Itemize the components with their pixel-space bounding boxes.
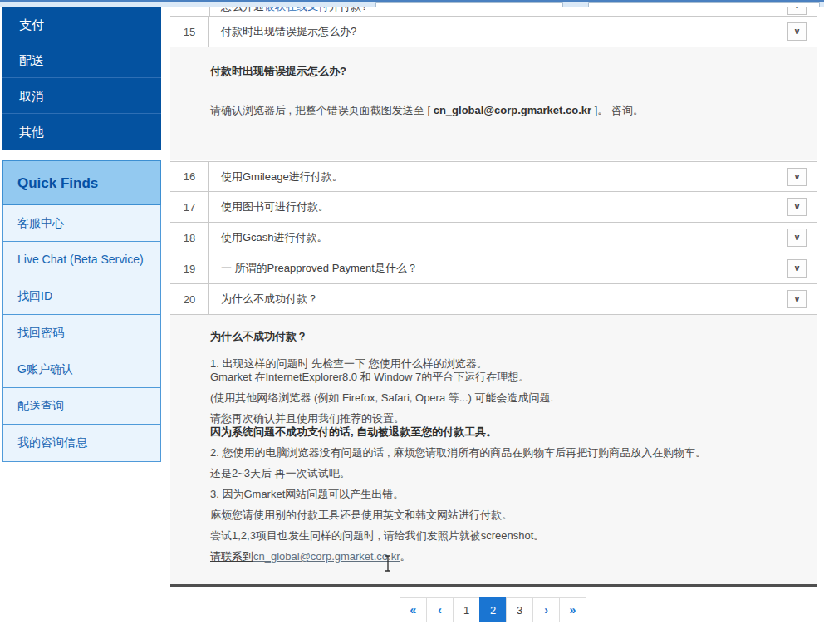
faq-number: 18 (170, 223, 209, 253)
chevron-down-icon: v (795, 234, 800, 242)
pagination-page-2-active[interactable]: 2 (479, 597, 507, 622)
faq-row-16[interactable]: 16 使用Gmileage进行付款。 v (170, 161, 817, 192)
answer-line: 1. 出现这样的问题时 先检查一下 您使用什么样的浏览器。 (210, 357, 800, 371)
faq-number: 16 (170, 162, 209, 191)
expand-dropdown-button[interactable]: v (787, 22, 807, 41)
pagination-prev-button[interactable]: ‹ (426, 597, 454, 622)
answer-line: 3. 因为Gmarket网站问题可以产生出错。 (210, 488, 800, 501)
text-cursor-icon (384, 555, 392, 575)
top-clipped-toolbar (0, 0, 824, 7)
faq-row-18[interactable]: 18 使用Gcash进行付款。 v (170, 223, 817, 253)
quickfind-item-delivery-inquiry[interactable]: 配送查询 (3, 388, 160, 425)
quick-finds-list: 客服中心 Live Chat (Beta Service) 找回ID 找回密码 … (2, 205, 161, 462)
quickfind-item-find-id[interactable]: 找回ID (3, 278, 160, 315)
chevron-down-icon: v (795, 295, 800, 303)
faq-content: 怎么开通银联在线支付并付款? v 15 付款时出现错误提示怎么办? v 付款时出… (170, 7, 817, 622)
contact-email: cn_global@corp.gmarket.co.kr (434, 104, 591, 116)
faq-answer-20: 为什么不成功付款？ 1. 出现这样的问题时 先检查一下 您使用什么样的浏览器。 … (170, 315, 817, 584)
sidebar-item-delivery[interactable]: 配送 (2, 42, 161, 78)
answer-line: 麻烦您请使用别的付款工具还是使用英文和韩文网站进行付款。 (210, 509, 800, 522)
faq-question: 一 所谓的Preapproved Payment是什么？ (209, 261, 418, 276)
faq-number: 19 (170, 253, 209, 283)
answer-line: 2. 您使用的电脑浏览器没有问题的话 , 麻烦您请取消所有的商品在购物车后再把订… (210, 446, 800, 460)
faq-number: 15 (170, 17, 209, 47)
expand-dropdown-button[interactable]: v (787, 7, 807, 15)
faq-question: 付款时出现错误提示怎么办? (209, 24, 356, 39)
contact-line: 请联系到cn_global@corp.gmarket.co.kr。 (210, 550, 800, 563)
chevron-down-icon: v (795, 173, 800, 181)
answer-line: 尝试1,2,3项目也发生同样的问题时 , 请给我们发照片就被screenshot… (210, 529, 800, 543)
faq-number: 17 (170, 192, 209, 222)
expand-dropdown-button[interactable]: v (787, 290, 807, 308)
sidebar-item-cancel[interactable]: 取消 (2, 78, 161, 114)
quick-finds-title: Quick Finds (2, 160, 161, 205)
answer-line: (使用其他网络浏览器 (例如 Firefox, Safari, Opera 等.… (210, 391, 800, 405)
category-sidebar: 支付 配送 取消 其他 (2, 7, 161, 150)
faq-question: 为什么不成功付款？ (209, 292, 318, 307)
expand-dropdown-button[interactable]: v (787, 229, 807, 247)
answer-line: Gmarket 在InternetExplorer8.0 和 Window 7的… (210, 371, 800, 384)
quickfind-item-service-center[interactable]: 客服中心 (3, 205, 160, 242)
answer-title: 付款时出现错误提示怎么办? (210, 64, 800, 79)
expand-dropdown-button[interactable]: v (787, 198, 807, 216)
faq-number: 20 (170, 284, 209, 314)
quickfind-item-find-password[interactable]: 找回密码 (3, 315, 160, 351)
faq-answer-15: 付款时出现错误提示怎么办? 请确认浏览器后 , 把整个错误页面截图发送至 [ c… (170, 47, 817, 160)
content-bottom-divider (170, 584, 817, 587)
faq-question-clipped: 怎么开通银联在线支付并付款? (221, 7, 367, 14)
column-divider (209, 7, 210, 17)
sidebar-item-other[interactable]: 其他 (2, 114, 161, 150)
pagination-last-button[interactable]: » (559, 597, 586, 622)
answer-body: 请确认浏览器后 , 把整个错误页面截图发送至 [ cn_global@corp.… (210, 103, 800, 118)
pagination-page-3[interactable]: 3 (506, 597, 533, 622)
chevron-down-icon: v (795, 264, 800, 273)
quick-finds-panel: Quick Finds 客服中心 Live Chat (Beta Service… (2, 160, 161, 462)
faq-row-15[interactable]: 15 付款时出现错误提示怎么办? v (170, 17, 817, 47)
quickfind-item-gaccount-confirm[interactable]: G账户确认 (3, 351, 160, 388)
answer-line: 请您再次确认并且使用我们推荐的设置。 (210, 412, 800, 425)
expand-dropdown-button[interactable]: v (787, 259, 807, 278)
pagination-first-button[interactable]: « (400, 597, 427, 622)
pagination-next-button[interactable]: › (532, 597, 560, 622)
faq-row-19[interactable]: 19 一 所谓的Preapproved Payment是什么？ v (170, 253, 817, 284)
answer-title: 为什么不成功付款？ (210, 330, 800, 343)
chevron-down-icon: v (795, 27, 800, 36)
faq-question: 使用图书可进行付款。 (209, 199, 329, 214)
chevron-down-icon: v (795, 203, 800, 211)
answer-line: 还是2~3天后 再一次试试吧。 (210, 467, 800, 480)
pagination: « ‹ 1 2 3 › » (170, 597, 817, 622)
contact-email-link[interactable]: cn_global@corp.gmarket.co.kr (253, 550, 400, 563)
sidebar-item-payment[interactable]: 支付 (2, 7, 161, 42)
faq-row-clipped: 怎么开通银联在线支付并付款? v (170, 7, 817, 17)
quickfind-item-my-inquiries[interactable]: 我的咨询信息 (3, 425, 160, 461)
quickfind-item-live-chat[interactable]: Live Chat (Beta Service) (3, 242, 160, 278)
faq-row-17[interactable]: 17 使用图书可进行付款。 v (170, 192, 817, 223)
faq-question: 使用Gmileage进行付款。 (209, 170, 343, 184)
answer-line-bold: 因为系统问题不成功支付的话, 自动被退款至您的付款工具。 (210, 425, 800, 439)
expand-dropdown-button[interactable]: v (787, 168, 807, 186)
faq-row-20[interactable]: 20 为什么不成功付款？ v (170, 284, 817, 315)
chevron-down-icon: v (795, 7, 800, 10)
faq-page: 支付 配送 取消 其他 Quick Finds 客服中心 Live Chat (… (0, 0, 824, 644)
faq-question: 使用Gcash进行付款。 (209, 230, 328, 245)
pagination-page-1[interactable]: 1 (453, 597, 480, 622)
